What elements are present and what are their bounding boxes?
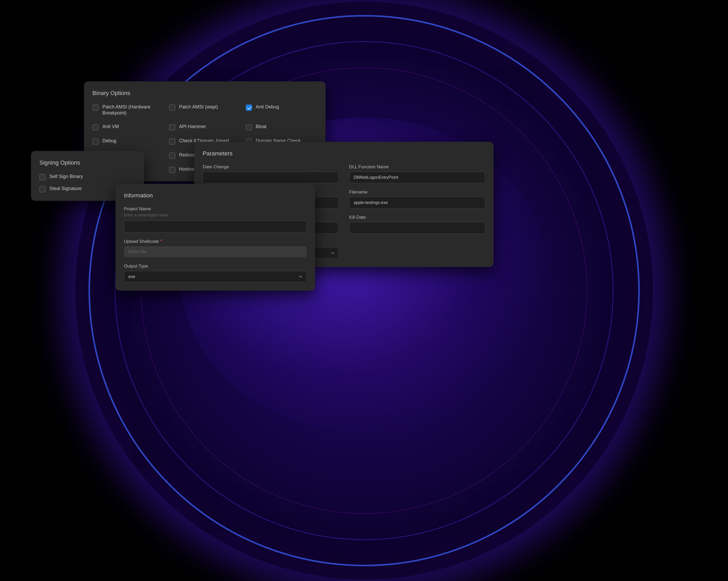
checkbox-debug[interactable]: Debug xyxy=(93,138,164,145)
checkbox-label-anti-vm: Anti VM xyxy=(102,124,119,130)
checkbox-label-steal-signature: Steal Signature xyxy=(49,186,82,192)
checkbox-box-patch-amsi-wapi[interactable] xyxy=(169,105,175,111)
label-output-type: Output Type xyxy=(124,264,307,269)
information-title: Information xyxy=(124,192,307,199)
checkbox-box-hostname-check[interactable] xyxy=(169,167,175,173)
checkbox-box-anti-vm[interactable] xyxy=(93,124,99,131)
signing-options-title: Signing Options xyxy=(40,159,135,166)
checkbox-box-patch-amsi-hw[interactable] xyxy=(93,105,99,111)
checkbox-anti-debug[interactable]: Anti Debug xyxy=(246,104,317,116)
checkbox-patch-amsi-hw[interactable]: Patch AMSI (Hardware Breakpoint) xyxy=(93,104,164,116)
checkbox-label-patch-amsi-hw: Patch AMSI (Hardware Breakpoint) xyxy=(102,104,164,116)
checkbox-label-bloat: Bloat xyxy=(256,124,266,130)
input-dll-function-name[interactable] xyxy=(349,172,485,183)
field-project-name: Project Name Enter a meaningful name. xyxy=(124,206,307,232)
input-date-change[interactable] xyxy=(203,172,339,183)
checkbox-box-reduce-entropy[interactable] xyxy=(169,153,175,159)
field-kill-date: Kill Date xyxy=(349,215,485,234)
information-form: Project Name Enter a meaningful name. Up… xyxy=(124,206,307,282)
input-filename[interactable] xyxy=(349,197,485,208)
checkbox-bloat[interactable]: Bloat xyxy=(246,124,317,131)
upload-placeholder[interactable]: Select file xyxy=(124,246,307,257)
label-kill-date: Kill Date xyxy=(349,215,485,220)
label-filename: Filename xyxy=(349,189,485,195)
field-filename: Filename xyxy=(349,189,485,208)
select-output-type[interactable]: exe dll shellcode xyxy=(124,271,307,282)
checkbox-label-api-hammer: API Hammer xyxy=(179,124,206,130)
checkbox-self-sign-binary[interactable]: Self Sign Binary xyxy=(40,174,135,180)
input-project-name[interactable] xyxy=(124,221,307,232)
checkbox-box-bloat[interactable] xyxy=(246,124,252,131)
binary-options-title: Binary Options xyxy=(93,90,317,97)
checkbox-label-debug: Debug xyxy=(102,138,116,144)
label-date-change: Date Change xyxy=(203,164,339,169)
information-card: Information Project Name Enter a meaning… xyxy=(115,184,315,291)
field-upload-shellcode: Upload Shellcode * Select file xyxy=(124,239,307,257)
checkbox-label-anti-debug: Anti Debug xyxy=(256,104,279,110)
checkbox-box-self-sign-binary[interactable] xyxy=(40,174,46,180)
checkbox-anti-vm[interactable]: Anti VM xyxy=(93,124,164,131)
input-kill-date[interactable] xyxy=(349,222,485,234)
label-project-name: Project Name xyxy=(124,206,307,212)
checkbox-box-api-hammer[interactable] xyxy=(169,124,175,131)
checkbox-box-anti-debug[interactable] xyxy=(246,105,252,111)
label-dll-function-name: DLL Function Name xyxy=(349,164,485,169)
checkbox-label-self-sign-binary: Self Sign Binary xyxy=(49,174,83,180)
label-upload-shellcode: Upload Shellcode * xyxy=(124,239,307,244)
checkbox-api-hammer[interactable]: API Hammer xyxy=(169,124,240,131)
required-star: * xyxy=(160,239,162,244)
checkbox-box-check-domain-joined[interactable] xyxy=(169,138,175,145)
checkbox-patch-amsi-wapi[interactable]: Patch AMSI (wapi) xyxy=(169,104,240,116)
checkbox-box-debug[interactable] xyxy=(93,138,99,145)
checkbox-box-steal-signature[interactable] xyxy=(40,186,46,192)
field-output-type: Output Type exe dll shellcode xyxy=(124,264,307,282)
checkbox-label-patch-amsi-wapi: Patch AMSI (wapi) xyxy=(179,104,218,110)
parameters-title: Parameters xyxy=(203,150,485,157)
field-dll-function-name: DLL Function Name xyxy=(349,164,485,183)
project-name-hint: Enter a meaningful name. xyxy=(124,213,307,217)
field-date-change: Date Change xyxy=(203,164,339,183)
